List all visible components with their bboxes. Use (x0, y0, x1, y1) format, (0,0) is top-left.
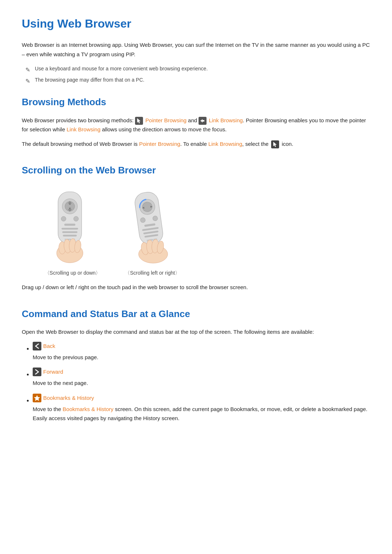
svg-text:◄: ◄ (141, 205, 145, 210)
scrolling-section: Scrolling on the Web Browser ▲ ▼ SAMSU (22, 163, 370, 292)
remote-leftright-image: ◄ ► SAMSUNG (123, 189, 181, 265)
scrolling-description: Drag up / down or left / right on the to… (22, 283, 370, 292)
svg-rect-24 (134, 191, 164, 246)
svg-point-13 (74, 216, 78, 221)
list-item-forward: Forward Move to the next page. (33, 368, 370, 388)
intro-paragraph: Web Browser is an Internet browsing app.… (22, 40, 370, 59)
back-description: Move to the previous page. (33, 353, 370, 362)
caption-updown: 〈Scrolling up or down〉 (45, 269, 101, 277)
pointer-browsing-icon (135, 117, 143, 125)
svg-text:►: ► (150, 204, 154, 209)
forward-item-header: Forward (33, 368, 370, 376)
forward-label[interactable]: Forward (43, 368, 63, 376)
svg-point-12 (61, 216, 66, 221)
scrolling-images-row: ▲ ▼ SAMSUNG 〈Scrolling up o (44, 189, 370, 277)
browsing-methods-paragraph1: Web Browser provides two browsing method… (22, 116, 370, 134)
pointer-icon-inline (271, 140, 279, 148)
command-status-intro: Open the Web Browser to display the comm… (22, 327, 370, 337)
bookmarks-icon (33, 394, 41, 402)
link-browsing-icon (199, 117, 207, 125)
notes-list: Use a keyboard and mouse for a more conv… (22, 65, 370, 84)
browsing-methods-title: Browsing Methods (22, 95, 370, 110)
note-item-1: Use a keyboard and mouse for a more conv… (25, 65, 370, 73)
browsing-methods-section: Browsing Methods Web Browser provides tw… (22, 95, 370, 148)
link-browsing-link3[interactable]: Link Browsing (208, 141, 242, 147)
forward-icon (33, 368, 41, 376)
svg-rect-17 (63, 235, 77, 237)
remote-updown-image: ▲ ▼ SAMSUNG (44, 189, 102, 265)
command-status-list: Back Move to the previous page. Forward … (22, 342, 370, 423)
bookmarks-item-header: Bookmarks & History (33, 394, 370, 402)
bookmarks-link[interactable]: Bookmarks & History (63, 406, 114, 412)
pointer-browsing-link1[interactable]: Pointer Browsing (146, 117, 187, 123)
list-item-bookmarks: Bookmarks & History Move to the Bookmark… (33, 394, 370, 423)
pencil-icon-2 (25, 77, 32, 83)
back-label[interactable]: Back (43, 342, 55, 350)
bookmarks-description: Move to the Bookmarks & History screen. … (33, 405, 370, 423)
back-item-header: Back (33, 342, 370, 350)
scrolling-title: Scrolling on the Web Browser (22, 163, 370, 178)
note-item-2: The browsing page may differ from that o… (25, 76, 370, 84)
svg-rect-15 (61, 228, 78, 230)
caption-leftright: 〈Scrolling left or right〉 (125, 269, 180, 277)
svg-rect-16 (62, 231, 77, 233)
svg-rect-14 (64, 223, 75, 226)
page-title: Using Web Browser (22, 15, 370, 33)
browsing-methods-paragraph2: The default browsing method of Web Brows… (22, 139, 370, 149)
bookmarks-label[interactable]: Bookmarks & History (43, 394, 94, 402)
back-icon (33, 342, 41, 350)
pencil-icon-1 (25, 65, 32, 72)
svg-rect-41 (33, 342, 41, 350)
svg-rect-42 (33, 368, 41, 376)
link-browsing-link2[interactable]: Link Browsing (66, 126, 100, 132)
scroll-leftright-container: ◄ ► SAMSUNG (123, 189, 181, 277)
command-status-title: Command and Status Bar at a Glance (22, 307, 370, 322)
pointer-browsing-link2[interactable]: Pointer Browsing (139, 141, 180, 147)
list-item-back: Back Move to the previous page. (33, 342, 370, 362)
scroll-updown-container: ▲ ▼ SAMSUNG 〈Scrolling up o (44, 189, 102, 277)
forward-description: Move to the next page. (33, 378, 370, 388)
command-status-section: Command and Status Bar at a Glance Open … (22, 307, 370, 423)
link-browsing-link1[interactable]: Link Browsing (209, 117, 242, 123)
